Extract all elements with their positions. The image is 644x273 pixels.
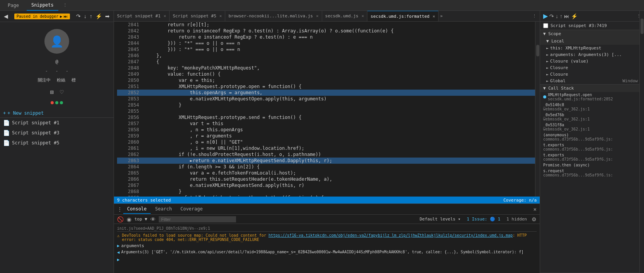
- call-fn-1: XMLHttpRequest.open: [548, 93, 613, 97]
- snippet-icon-1: 📄: [3, 120, 10, 126]
- right-scrollbar[interactable]: [639, 11, 644, 273]
- step-into-right-button[interactable]: ↓: [556, 13, 558, 19]
- local-header[interactable]: ▼ Local: [540, 37, 644, 45]
- tab-snippet5[interactable]: Script snippet #5 ×: [170, 11, 225, 22]
- back-button[interactable]: ◀: [3, 12, 9, 20]
- deactivate-right-button[interactable]: ⚡: [571, 13, 578, 19]
- more-tabs-icon[interactable]: »: [440, 14, 443, 19]
- local-item-3[interactable]: ► Closure (value): [540, 58, 644, 64]
- closure-item-2[interactable]: ► Closure: [540, 71, 644, 78]
- call-item-5[interactable]: (anonymous) commons.d73f56b...9d5af9f6.j…: [540, 132, 644, 142]
- snippet-item-1[interactable]: 📄 Script snippet #1: [0, 118, 114, 128]
- eye-icon-button[interactable]: 👁: [150, 216, 156, 222]
- console-input[interactable]: [121, 258, 537, 262]
- call-stack-list: XMLHttpRequest.open secsdk.umd.js:format…: [540, 92, 644, 177]
- clear-console-button[interactable]: 🚫: [117, 216, 124, 222]
- code-editor[interactable]: 2841 return r[e][t]; 2842 return o insta…: [114, 22, 535, 197]
- tab-label-snippet1: Script snippet #1: [117, 14, 161, 19]
- action3[interactable]: -: [66, 68, 68, 73]
- tab-label-browser: browser-nocookii...lite.maliva.js: [228, 14, 313, 19]
- call-fn-7: t.exports: [543, 153, 613, 157]
- editor-menu-icon[interactable]: ⋮: [532, 14, 537, 19]
- grid-icon[interactable]: ⊞: [50, 88, 54, 96]
- call-item-4[interactable]: _0x531f8a webmssdk_ov_362.js:1: [540, 122, 644, 132]
- warn-icon: ⚠: [117, 233, 120, 238]
- step-over-right-button[interactable]: ↷: [549, 13, 554, 19]
- avatar: 👤: [44, 29, 69, 54]
- paused-label: Paused in debugger: [17, 14, 58, 19]
- console-close-icon[interactable]: ×: [534, 206, 537, 212]
- step-over-button[interactable]: ↷: [75, 12, 82, 20]
- paused-badge[interactable]: Paused in debugger ▶ ⏭: [14, 14, 70, 19]
- call-file-7: commons.d73f56b...9d5af9f6.js:: [543, 157, 613, 161]
- page-tab[interactable]: Page: [3, 0, 24, 11]
- scope-header[interactable]: ▼ Scope: [540, 30, 644, 37]
- tab-close-snippet5[interactable]: ×: [219, 14, 222, 19]
- default-levels-dropdown[interactable]: Default levels ▾: [420, 217, 460, 222]
- snippet-item-5[interactable]: 📄 Script snippet #5: [0, 138, 114, 148]
- tab-close-snippet1[interactable]: ×: [164, 14, 167, 19]
- local-item-2[interactable]: ► arguments: Arguments(3) [...: [540, 51, 644, 58]
- call-item-7[interactable]: t.exports commons.d73f56b...9d5af9f6.js:: [540, 152, 644, 162]
- table-row: 2841 return r[e][t];: [117, 22, 535, 28]
- table-row: 2867 e.nativeXMLHttpRequestSend.apply(th…: [117, 182, 535, 188]
- arrow-icon-c1: ►: [546, 66, 549, 70]
- call-item-1[interactable]: XMLHttpRequest.open secsdk.umd.js:format…: [540, 92, 644, 102]
- call-item-2[interactable]: _0x5140c8 webmssdk_ov_362.js:1: [540, 102, 644, 112]
- call-item-async[interactable]: Promise.then (async): [540, 162, 644, 168]
- call-item-8[interactable]: s.request commons.d73f56b...9d5af9f6.js:: [540, 168, 644, 177]
- step-into-button[interactable]: ↓: [83, 12, 87, 20]
- panel-dots[interactable]: ⋮: [63, 3, 67, 8]
- console-prompt[interactable]: ▶: [117, 257, 537, 262]
- settings-button[interactable]: ⚙: [532, 216, 537, 222]
- tab-coverage[interactable]: Coverage: [177, 205, 207, 214]
- vertical-scrollbar[interactable]: [535, 22, 540, 197]
- forward-button[interactable]: ➡: [104, 12, 110, 20]
- issues-badge[interactable]: 1 Issue: 🔵 1: [467, 217, 500, 222]
- tab-search[interactable]: Search: [151, 205, 176, 214]
- collapse-arrow[interactable]: ◀: [117, 250, 120, 255]
- local-item-text-1: this: XMLHttpRequest: [550, 46, 601, 51]
- new-snippet-button[interactable]: + + New snippet: [0, 109, 114, 118]
- table-row: 2854 }: [117, 102, 535, 108]
- filter-input[interactable]: [159, 216, 236, 222]
- tab-secsdk1[interactable]: secsdk.umd.js ×: [322, 11, 368, 22]
- call-item-6[interactable]: t.exports commons.d73f56b...9d5af9f6.js:: [540, 142, 644, 152]
- console-options-icon[interactable]: ⋮: [117, 206, 122, 212]
- snippets-tab[interactable]: Snippets: [27, 0, 58, 11]
- tab-close-secsdk1[interactable]: ×: [362, 14, 364, 19]
- heart-icon[interactable]: ♡: [60, 88, 64, 96]
- user-email: @: [55, 59, 58, 64]
- script-snippet-checkbox[interactable]: [543, 23, 548, 28]
- closure-item-1[interactable]: ► Closure: [540, 64, 644, 71]
- toggle-sidebar-button[interactable]: ◉: [127, 216, 131, 222]
- local-item-1[interactable]: ► this: XMLHttpRequest: [540, 45, 644, 51]
- local-item-text-2: arguments: Arguments(3) [...: [550, 52, 622, 57]
- global-item[interactable]: ► Global Window: [540, 78, 644, 84]
- action1[interactable]: -: [45, 68, 48, 73]
- step-next-right-button[interactable]: ⏭: [564, 13, 569, 19]
- tab-close-browser[interactable]: ×: [316, 14, 319, 19]
- call-item-3[interactable]: _0x5ed76b webmssdk_ov_362.js:1: [540, 112, 644, 122]
- deactivate-button[interactable]: ⚡: [95, 12, 103, 20]
- tab-close-secsdk2[interactable]: ×: [433, 14, 435, 19]
- tab-secsdk2[interactable]: secsdk.umd.js:formatted ×: [367, 11, 438, 22]
- call-file-8: commons.d73f56b...9d5af9f6.js:: [543, 173, 613, 177]
- warn-link[interactable]: https://sf16-va.tiktokcdn.com/obj/eden-v…: [268, 233, 513, 237]
- expand-arrow[interactable]: ▶: [117, 243, 120, 248]
- snippet-item-3[interactable]: 📄 Script snippet #3: [0, 128, 114, 138]
- step-out-right-button[interactable]: ↑: [560, 13, 562, 19]
- tab-snippet1[interactable]: Script snippet #1 ×: [114, 11, 170, 22]
- resume-debugger-button[interactable]: ▶: [543, 12, 548, 20]
- tab-console[interactable]: Console: [123, 205, 151, 214]
- table-row: 2861 , i = new URL(n[1],window.location.…: [117, 145, 535, 151]
- action2[interactable]: -: [56, 68, 58, 73]
- tab-browser[interactable]: browser-nocookii...lite.maliva.js ×: [225, 11, 322, 22]
- active-frame-dot: [543, 95, 546, 98]
- status-bar: 9 characters selected Coverage: n/a: [114, 197, 540, 203]
- call-stack-header[interactable]: ▼ Call Stack: [540, 85, 644, 92]
- step-out-button[interactable]: ↑: [89, 12, 93, 20]
- top-context-label: top ▼: [134, 217, 147, 222]
- call-file-1: secsdk.umd.js:formatted:2852: [548, 97, 613, 101]
- selected-text-info: 9 characters selected: [117, 198, 171, 203]
